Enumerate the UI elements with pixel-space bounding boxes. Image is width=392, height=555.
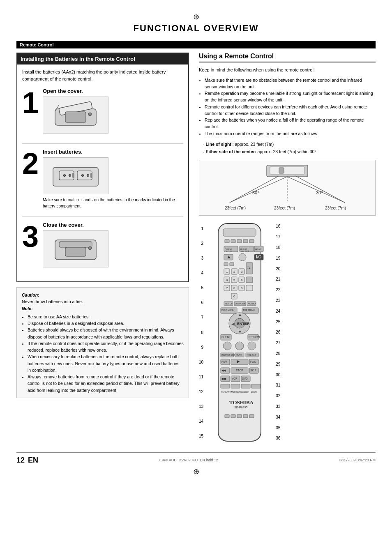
svg-text:▲: ▲ [238,312,242,317]
rn-22: 22 [276,286,280,294]
step-2-image: ⊖ ⊕ ⊖ ⊕ [43,157,108,194]
svg-rect-3 [65,112,86,122]
step-1-number: 1 [22,88,39,117]
svg-rect-34 [231,240,235,243]
svg-rect-136 [231,415,235,418]
rn-5: 5 [199,284,203,292]
svg-rect-52 [230,263,234,266]
svg-text:⊖: ⊖ [63,173,66,177]
rn-35: 35 [276,424,280,432]
rn-18: 18 [276,244,280,252]
step-3-image [43,230,108,267]
svg-rect-6 [59,171,74,180]
svg-rect-135 [225,415,229,418]
using-bullet-4: The maximum operable ranges from the uni… [205,130,376,137]
svg-text:◼◼: ◼◼ [221,377,226,380]
svg-rect-35 [237,240,242,243]
rn-15: 15 [199,432,203,440]
svg-text:TOSHIBA: TOSHIBA [229,399,254,405]
svg-text:23feet (7m): 23feet (7m) [225,206,246,210]
svg-text:DVD: DVD [242,377,248,380]
rn-4: 4 [199,269,203,277]
svg-text:REPEAT: REPEAT [221,391,229,393]
svg-rect-51 [224,263,228,266]
svg-text:CLEAR: CLEAR [221,336,231,339]
svg-line-22 [230,177,287,203]
svg-text:8: 8 [233,286,235,290]
step-1-divider [22,143,183,144]
svg-point-48 [239,253,246,261]
svg-rect-138 [243,415,248,418]
rn-9: 9 [199,343,203,352]
rn-17: 17 [276,233,280,241]
svg-line-24 [287,177,345,203]
remote-left-numbers: 1 2 3 4 5 6 7 8 9 10 11 12 13 14 15 [199,221,205,444]
caution-note-5: Always remove batteries from remote cont… [28,373,184,394]
svg-text:TIMER SET: TIMER SET [229,391,240,393]
svg-point-99 [235,342,244,350]
rn-14: 14 [199,417,203,426]
svg-text:30°: 30° [252,190,259,195]
page-header: FUNCTIONAL OVERVIEW [16,23,376,34]
page-title: FUNCTIONAL OVERVIEW [134,23,259,33]
svg-rect-33 [225,240,229,243]
svg-rect-125 [221,384,230,388]
rn-21: 21 [276,275,280,283]
rn-29: 29 [276,360,280,368]
range-item-0: Line of sight : approx. 23 feet (7m) [203,141,376,148]
svg-point-98 [223,342,231,350]
svg-point-100 [248,342,256,350]
rn-30: 30 [276,371,280,379]
svg-rect-36 [243,240,248,243]
rn-10: 10 [199,358,203,366]
range-item-1: Either side of the center: approx. 23 fe… [203,148,376,156]
using-bullet-3: Replace the batteries when you notice a … [205,117,376,130]
step-2-note: Make sure to match + and - on the batter… [43,197,183,209]
svg-rect-127 [241,384,250,388]
rn-32: 32 [276,392,280,400]
left-column: Installing the Batteries in the Remote C… [16,53,189,444]
svg-text:AUDIO: AUDIO [248,302,256,305]
caution-line1: Never throw batteries into a fire. [22,299,83,304]
svg-point-16 [88,246,92,250]
svg-text:CLOSE: CLOSE [225,250,233,253]
rn-2: 2 [199,240,203,248]
svg-text:PLAY: PLAY [236,354,242,356]
range-text-1: approx. 23 feet (7m) within 30° [257,149,316,154]
using-bullet-0: Make sure that there are no obstacles be… [205,77,376,90]
svg-text:1: 1 [226,270,228,274]
step-2: 2 Insert batteries. ⊖ ⊕ [22,149,183,209]
footer-page-section: 12 EN [16,456,38,465]
svg-text:9: 9 [241,286,243,290]
range-diagram: 30° 30° 23feet (7m) 23feet (7m) 23feet (… [199,160,376,216]
svg-text:RETURN: RETURN [249,336,260,339]
footer-date: 3/25/2009 3:47:23 PM [339,458,376,462]
caution-note-3: If the remote control does not operate c… [28,340,184,354]
using-bullets: Make sure that there are no obstacles be… [199,77,376,137]
svg-point-4 [88,113,92,116]
svg-text:▲: ▲ [226,254,231,260]
rn-24: 24 [276,307,280,315]
svg-text:⊕: ⊕ [86,173,90,177]
rn-7: 7 [199,313,203,322]
install-desc: Install the batteries (AAx2) matching th… [22,69,183,82]
step-3: 3 Close the cover. [22,222,183,270]
note-title: Note: [22,306,33,311]
svg-text:4: 4 [226,278,228,282]
svg-text:▶: ▶ [237,359,240,364]
svg-text:HDMI: HDMI [255,248,262,251]
svg-text:2: 2 [233,270,235,274]
svg-text:◀: ◀ [231,322,235,326]
rn-34: 34 [276,413,280,421]
svg-text:SETUP: SETUP [225,302,233,305]
svg-text:FWD: FWD [250,360,256,363]
svg-text:7: 7 [226,286,228,290]
caution-note-4: When necessary to replace batteries in t… [28,353,184,373]
svg-rect-128 [251,384,261,388]
svg-rect-20 [279,168,284,173]
svg-text:SEARCH: SEARCH [240,391,249,393]
svg-text:0: 0 [233,295,235,298]
svg-text:6: 6 [241,278,243,282]
rn-16: 16 [276,222,280,230]
rn-3: 3 [199,254,203,263]
